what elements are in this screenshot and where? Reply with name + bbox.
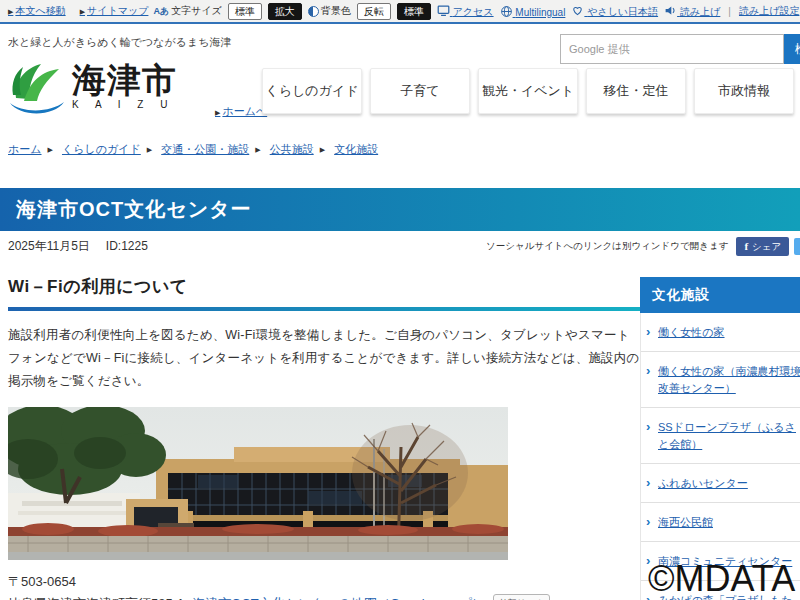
google-map-link[interactable]: 海津市OCT文化センターの地図（Googleマップ） bbox=[192, 593, 485, 600]
section-title: Wi－Fiの利用について bbox=[8, 275, 640, 298]
breadcrumb-culture-facilities[interactable]: 文化施設 bbox=[334, 143, 378, 155]
sidebar-item-kaisai-community-hall[interactable]: 海西公民館 bbox=[641, 503, 800, 542]
section-title-underline bbox=[8, 307, 640, 311]
sidebar-title: 文化施設 bbox=[640, 277, 800, 313]
toolbar-divider: | bbox=[728, 6, 731, 17]
sidebar-item-working-womens-house-nanno[interactable]: 働く女性の家（南濃農村環境改善センター） bbox=[641, 352, 800, 408]
easy-japanese-link[interactable]: やさしい日本語 bbox=[571, 4, 658, 19]
breadcrumb-separator: ▶ bbox=[320, 146, 325, 153]
site-name: 海津市 bbox=[72, 62, 177, 99]
bg-color-label: 背景色 bbox=[308, 4, 351, 18]
search-button[interactable]: 検索 bbox=[784, 34, 800, 64]
page-id: ID:1225 bbox=[106, 239, 148, 253]
kaizu-logo-icon bbox=[8, 62, 66, 118]
site-name-en: K A I Z U bbox=[72, 99, 177, 110]
external-link-badge: 外部リンク bbox=[493, 594, 551, 600]
facebook-share-button[interactable]: fシェア bbox=[736, 237, 789, 256]
content-area: Wi－Fiの利用について 施設利用者の利便性向上を図るため、Wi-Fi環境を整備… bbox=[0, 275, 800, 600]
breadcrumb-transport-parks[interactable]: 交通・公園・施設 bbox=[161, 143, 249, 155]
breadcrumb-separator: ▶ bbox=[255, 146, 260, 153]
sidebar-item-working-womens-house[interactable]: 働く女性の家 bbox=[641, 313, 800, 352]
sitemap-link[interactable]: サイトマップ bbox=[80, 4, 149, 18]
nav-tourism-events[interactable]: 観光・イベント bbox=[478, 68, 578, 114]
watermark: ©MDATA bbox=[648, 558, 795, 600]
page-title: 海津市OCT文化センター bbox=[16, 196, 252, 223]
facility-address-block: 〒503-0654 岐阜県海津市海津町高須585-1 海津市OCT文化センターの… bbox=[8, 571, 640, 600]
facebook-icon: f bbox=[744, 239, 748, 254]
sidebar-item-ss-drone-plaza[interactable]: SSドローンプラザ（ふるさと会館） bbox=[641, 408, 800, 464]
breadcrumb-public-facilities[interactable]: 公共施設 bbox=[270, 143, 314, 155]
font-large-button[interactable]: 拡大 bbox=[268, 3, 302, 20]
breadcrumb-home[interactable]: ホーム bbox=[8, 143, 42, 155]
article-body: 施設利用者の利便性向上を図るため、Wi-Fi環境を整備しました。ご自身のパソコン… bbox=[8, 324, 640, 393]
page-title-bar: 海津市OCT文化センター bbox=[0, 188, 800, 231]
multilingual-link[interactable]: Multilingual bbox=[500, 5, 566, 18]
nav-city-info[interactable]: 市政情報 bbox=[694, 68, 794, 114]
breadcrumb-living-guide[interactable]: くらしのガイド bbox=[62, 143, 141, 155]
social-share-bar: ソーシャルサイトへのリンクは別ウィンドウで開きます fシェア ツイート LINE… bbox=[486, 237, 800, 256]
speaker-icon bbox=[664, 4, 677, 17]
twitter-tweet-button[interactable]: ツイート bbox=[794, 238, 800, 255]
font-size-icon: Aあ bbox=[153, 5, 169, 18]
access-link[interactable]: アクセス bbox=[437, 4, 494, 19]
global-nav: くらしのガイド 子育て 観光・イベント 移住・定住 市政情報 bbox=[262, 68, 794, 114]
breadcrumb-separator: ▶ bbox=[48, 146, 53, 153]
nav-living-guide[interactable]: くらしのガイド bbox=[262, 68, 362, 114]
site-search: 検索 bbox=[560, 34, 800, 64]
accessibility-toolbar: 本文へ移動 サイトマップ Aあ文字サイズ 標準 拡大 背景色 反転 標準 アクセ… bbox=[0, 0, 800, 24]
contrast-icon bbox=[308, 6, 319, 17]
site-logo[interactable]: 海津市 K A I Z U bbox=[8, 62, 177, 118]
social-note: ソーシャルサイトへのリンクは別ウィンドウで開きます bbox=[486, 240, 728, 253]
font-size-label: Aあ文字サイズ bbox=[153, 4, 221, 18]
sidebar-culture-facilities: 文化施設 働く女性の家 働く女性の家（南濃農村環境改善センター） SSドローンプ… bbox=[640, 277, 800, 600]
main-column: Wi－Fiの利用について 施設利用者の利便性向上を図るため、Wi-Fi環境を整備… bbox=[8, 275, 640, 600]
postal-code: 〒503-0654 bbox=[8, 571, 640, 592]
street-address: 岐阜県海津市海津町高須585-1 bbox=[8, 593, 184, 600]
read-aloud-link[interactable]: 読み上げ bbox=[664, 4, 720, 19]
page-meta-row: 2025年11月5日 ID:1225 ソーシャルサイトへのリンクは別ウィンドウで… bbox=[0, 231, 800, 261]
globe-icon bbox=[500, 5, 513, 18]
bg-standard-button[interactable]: 標準 bbox=[397, 3, 431, 20]
search-input[interactable] bbox=[560, 34, 784, 64]
font-standard-button[interactable]: 標準 bbox=[228, 3, 262, 20]
site-tagline: 水と緑と人がきらめく輪でつながるまち海津 bbox=[8, 35, 232, 50]
home-link[interactable]: ホームへ bbox=[215, 104, 267, 119]
site-header: 水と緑と人がきらめく輪でつながるまち海津 検索 海津市 K A I Z U ホー… bbox=[0, 24, 800, 132]
breadcrumb-separator: ▶ bbox=[147, 146, 152, 153]
publish-date: 2025年11月5日 bbox=[8, 238, 90, 255]
nav-relocation[interactable]: 移住・定住 bbox=[586, 68, 686, 114]
sidebar-item-fureai-center[interactable]: ふれあいセンター bbox=[641, 464, 800, 503]
breadcrumb: ホーム▶ くらしのガイド▶ 交通・公園・施設▶ 公共施設▶ 文化施設 bbox=[0, 132, 800, 166]
heart-icon bbox=[571, 4, 584, 17]
nav-childcare[interactable]: 子育て bbox=[370, 68, 470, 114]
read-aloud-settings-link[interactable]: 読み上げ設定 bbox=[739, 4, 799, 18]
facility-photo bbox=[8, 407, 508, 560]
monitor-icon bbox=[437, 4, 450, 17]
bg-invert-button[interactable]: 反転 bbox=[357, 3, 391, 20]
skip-to-content-link[interactable]: 本文へ移動 bbox=[8, 4, 66, 18]
